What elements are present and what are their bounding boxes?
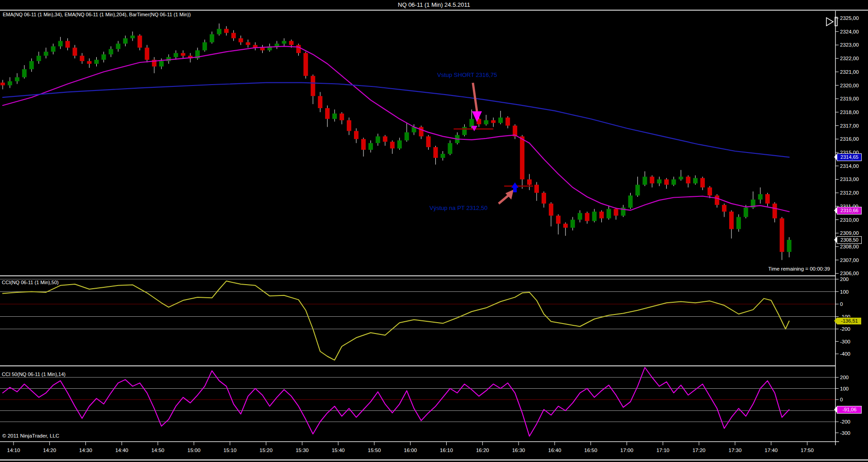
candle-body [758,194,763,200]
buy-execution-marker [511,182,519,188]
time-axis-label: 14:10 [4,447,24,453]
candle-body [628,195,632,208]
price-axis-label: 2323,00 [840,42,859,48]
candle-body [368,143,373,150]
candle-body [462,127,467,135]
candle-body [686,176,690,183]
candle-body [405,132,409,140]
candle-body [174,53,178,57]
candle-body [181,53,185,56]
candle-body [289,41,293,45]
candle-body [137,36,142,48]
marker-arrow-icon [834,207,837,214]
time-axis-label: 15:50 [364,447,384,453]
candle-body [58,41,63,46]
price-axis-label: 2316,00 [840,136,859,142]
price-axis-label: 2307,00 [840,257,859,263]
time-axis-label: 16:50 [581,447,601,453]
candle-body [773,204,777,219]
time-axis-label: 16:30 [509,447,528,453]
chart-canvas[interactable] [0,0,868,462]
cci1-axis-label: 0 [840,301,843,307]
marker-arrow-icon [834,153,837,161]
candle-body [664,179,669,185]
play-triangle-icon [826,18,833,26]
candle-body [296,45,301,53]
candle-body [505,118,510,126]
cci1-axis-label: -400 [840,351,850,357]
candle-body [274,43,279,46]
candle-body [332,114,337,119]
candle-body [671,179,676,185]
candle-body [448,143,452,154]
marker-arrow-icon [834,406,837,413]
candle-body [116,43,120,49]
candle-body [498,118,503,123]
candle-body [354,131,359,139]
ninjatrader-chart-window: NQ 06-11 (1 Min) 24.5.2011 EMA(NQ 06-11 … [0,0,868,462]
candle-body [224,29,229,33]
candle-body [246,42,250,45]
candle-body [542,193,546,204]
time-axis-label: 16:10 [437,447,457,453]
candle-body [166,57,171,61]
time-axis-label: 15:00 [184,447,204,453]
candle-body [94,60,99,64]
price-axis-label: 2310,00 [840,217,859,223]
time-axis-label: 17:30 [725,447,745,453]
candle-body [239,38,243,43]
price-axis-label: 2324,00 [840,29,859,35]
price-axis-label: 2318,00 [840,109,859,115]
time-axis-label: 17:10 [653,447,673,453]
candle-body [37,56,41,61]
candle-body [434,147,438,158]
time-axis-label: 16:40 [545,447,565,453]
candle-body [361,139,366,150]
candle-body [715,195,719,205]
end-bar-icon [835,17,837,26]
candle-body [549,204,553,216]
candle-body [722,205,726,212]
candle-body [607,209,611,219]
time-axis-label: 14:20 [40,447,60,453]
candle-body [210,34,214,43]
candle-body [66,41,70,48]
candle-body [376,136,380,143]
candle-body [657,179,661,183]
candle-body [693,178,698,183]
candle-body [592,212,597,221]
time-axis-label: 14:50 [148,447,168,453]
candle-body [708,187,712,195]
entry-annotation-text: Vstup SHORT 2316,75 [437,71,497,78]
candle-body [123,38,127,44]
candle-body [441,154,445,158]
candle-body [340,114,344,120]
candle-body [80,56,85,61]
time-axis-label: 15:40 [328,447,348,453]
price-axis-label: 2321,00 [840,69,859,75]
candle-body [534,185,539,193]
axis-value-marker: 2314,65 [837,153,862,161]
time-axis-label: 14:30 [76,447,96,453]
candle-body [87,61,91,64]
axis-value-marker: 2308,50 [837,236,862,244]
cci2-axis-label: -300 [840,430,850,436]
candle-body [700,178,705,187]
candle-body [260,48,265,50]
entry-annotation-arrow [473,83,477,111]
cci-14-line [3,367,789,436]
time-axis-label: 16:20 [472,447,492,453]
time-axis-label: 17:40 [761,447,781,453]
candle-body [491,120,495,123]
price-axis-label: 2308,00 [840,243,859,250]
cci-50-line [3,281,789,360]
candle-body [426,136,431,147]
candle-body [527,179,532,185]
marker-arrow-icon [834,317,837,324]
cci1-axis-label: -300 [840,338,850,345]
price-axis-label: 2319,00 [840,95,859,102]
time-axis-label: 14:40 [112,447,132,453]
cci1-axis-label: 100 [840,289,849,295]
price-axis-label: 2320,00 [840,82,859,89]
exit-annotation-text: Výstup na PT 2312,50 [429,205,487,211]
